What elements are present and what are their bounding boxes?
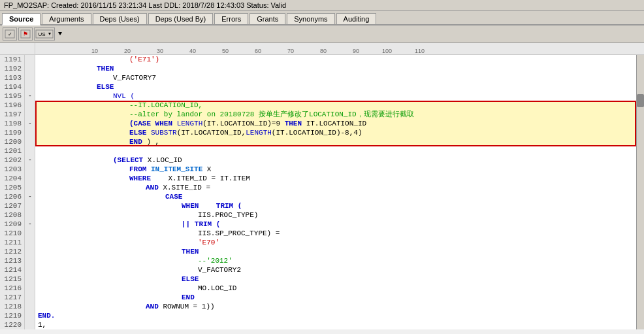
code-str-e71: ('E71') [129, 55, 159, 64]
fold-1194 [25, 82, 35, 92]
fold-1201 [25, 146, 35, 156]
fold-1214 [25, 265, 35, 275]
toolbar-dropdown[interactable] [56, 27, 64, 41]
fold-1200 [25, 137, 35, 146]
code-line-1208: IIS.PROC_TYPE) [35, 210, 636, 220]
code-line-1207: WHEN TRIM ( [35, 201, 636, 210]
line-numbers: 1191 1192 1193 1194 1195 1196 1197 1198 … [0, 55, 25, 329]
ln-1209: 1209 [0, 220, 24, 229]
ln-1206: 1206 [0, 192, 24, 201]
ln-1212: 1212 [0, 247, 24, 256]
ln-1195: 1195 [0, 92, 24, 101]
fold-1210 [25, 229, 35, 238]
tab-source[interactable]: Source [2, 13, 40, 25]
ln-1217: 1217 [0, 293, 24, 302]
ln-1219: 1219 [0, 311, 24, 320]
tab-deps-used-by[interactable]: Deps (Used By) [148, 13, 214, 24]
ln-1191: 1191 [0, 55, 24, 64]
code-line-1220: 1, [35, 320, 636, 329]
code-line-1191: ('E71') [35, 55, 636, 64]
ln-1215: 1215 [0, 275, 24, 284]
code-line-1195: NVL ( [35, 92, 636, 101]
tab-arguments[interactable]: Arguments [42, 13, 91, 24]
fold-1197 [25, 110, 35, 119]
fold-1191 [25, 55, 35, 64]
ln-1196: 1196 [0, 101, 24, 110]
code-line-1218: AND ROWNUM = 1)) [35, 302, 636, 311]
code-line-1213: --'2012' [35, 256, 636, 265]
svg-text:US: US [38, 31, 45, 37]
ln-1201: 1201 [0, 146, 24, 156]
fold-1203 [25, 165, 35, 174]
fold-1213 [25, 256, 35, 265]
fold-1216 [25, 284, 35, 293]
fold-1192 [25, 64, 35, 73]
fold-1198[interactable]: - [25, 119, 35, 128]
fold-1211 [25, 238, 35, 247]
code-line-1202: (SELECT X.LOC_ID [35, 156, 636, 165]
code-line-1219: END. [35, 311, 636, 320]
ruler: 10 20 30 40 50 60 70 80 90 100 110 [0, 43, 644, 55]
fold-1219 [25, 311, 35, 320]
code-line-1192: THEN [35, 64, 636, 73]
ln-1218: 1218 [0, 302, 24, 311]
ln-1202: 1202 [0, 156, 24, 165]
code-line-1212: THEN [35, 247, 636, 256]
code-line-1205: AND X.SITE_ID = [35, 183, 636, 192]
fold-1217 [25, 293, 35, 302]
code-line-1201 [35, 146, 636, 156]
fold-1206[interactable]: - [25, 192, 35, 201]
scrollbar-thumb[interactable] [637, 94, 644, 107]
ln-1203: 1203 [0, 165, 24, 174]
toolbar-btn-3[interactable]: US [34, 27, 55, 41]
code-content[interactable]: ('E71') THEN V_FACTORY7 ELSE NVL ( [35, 55, 636, 329]
tab-errors[interactable]: Errors [214, 13, 248, 24]
fold-1204 [25, 174, 35, 183]
code-line-1214: V_FACTORY2 [35, 265, 636, 275]
code-line-1217: END [35, 293, 636, 302]
tab-synonyms[interactable]: Synonyms [287, 13, 334, 24]
title-bar: FP_MO2SAP: Created: 2016/11/15 23:21:34 … [0, 0, 644, 11]
code-line-1193: V_FACTORY7 [35, 73, 636, 82]
svg-text:⚑: ⚑ [23, 31, 28, 37]
code-area: 1191 1192 1193 1194 1195 1196 1197 1198 … [0, 55, 644, 329]
code-line-1210: IIS.SP_PROC_TYPE) = [35, 229, 636, 238]
fold-1202[interactable]: - [25, 156, 35, 165]
fold-gutter: - - - - - [25, 55, 35, 329]
svg-text:✓: ✓ [8, 31, 12, 37]
ln-1220: 1220 [0, 320, 24, 329]
tab-grants[interactable]: Grants [250, 13, 285, 24]
toolbar-btn-2[interactable]: ⚑ [18, 27, 33, 41]
ln-1210: 1210 [0, 229, 24, 238]
fold-1195[interactable]: - [25, 92, 35, 101]
tab-auditing[interactable]: Auditing [336, 13, 377, 24]
ln-1194: 1194 [0, 82, 24, 92]
scrollbar-vertical[interactable] [636, 55, 644, 329]
ln-1200: 1200 [0, 137, 24, 146]
code-line-1196: --IT.LOCATION_ID, [35, 101, 636, 110]
ln-1204: 1204 [0, 174, 24, 183]
code-line-1216: MO.LOC_ID [35, 284, 636, 293]
code-line-1199: ELSE SUBSTR(IT.LOCATION_ID,LENGTH(IT.LOC… [35, 128, 636, 137]
code-line-1206: CASE [35, 192, 636, 201]
svg-marker-7 [58, 32, 62, 35]
fold-1209[interactable]: - [25, 220, 35, 229]
fold-1193 [25, 73, 35, 82]
toolbar-btn-1[interactable]: ✓ [3, 27, 17, 41]
ln-1198: 1198 [0, 119, 24, 128]
ln-1205: 1205 [0, 183, 24, 192]
fold-1196 [25, 101, 35, 110]
tab-deps-uses[interactable]: Deps (Uses) [93, 13, 147, 24]
fold-1207 [25, 201, 35, 210]
ln-1207: 1207 [0, 201, 24, 210]
ln-1214: 1214 [0, 265, 24, 275]
fold-1199 [25, 128, 35, 137]
code-line-1203: FROM IN_ITEM_SITE X [35, 165, 636, 174]
ln-1208: 1208 [0, 210, 24, 220]
toolbar: ✓ ⚑ US [0, 25, 644, 43]
ln-1211: 1211 [0, 238, 24, 247]
code-line-1200: END ) , [35, 137, 636, 146]
ln-1213: 1213 [0, 256, 24, 265]
main-window: FP_MO2SAP: Created: 2016/11/15 23:21:34 … [0, 0, 644, 329]
fold-1220 [25, 320, 35, 329]
